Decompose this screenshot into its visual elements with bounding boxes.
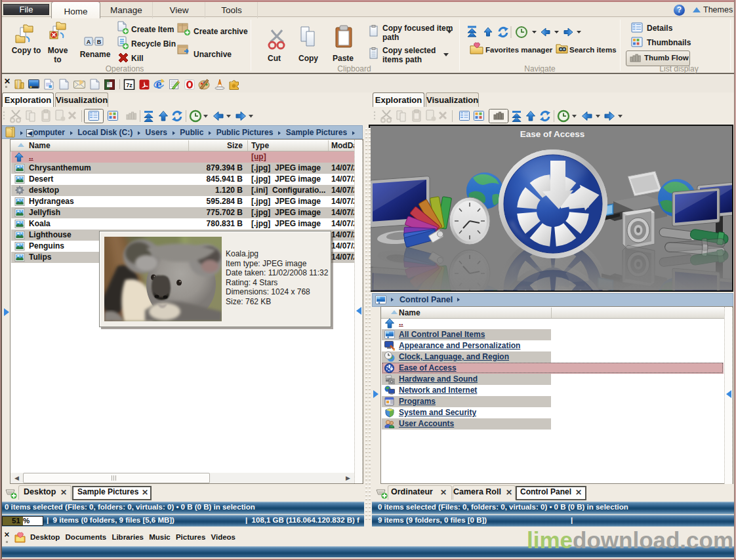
svg-text:7z: 7z bbox=[126, 82, 133, 89]
svg-text:A: A bbox=[87, 39, 91, 45]
svg-text:Ease of Access: Ease of Access bbox=[520, 129, 585, 139]
svg-text:B: B bbox=[97, 39, 102, 45]
